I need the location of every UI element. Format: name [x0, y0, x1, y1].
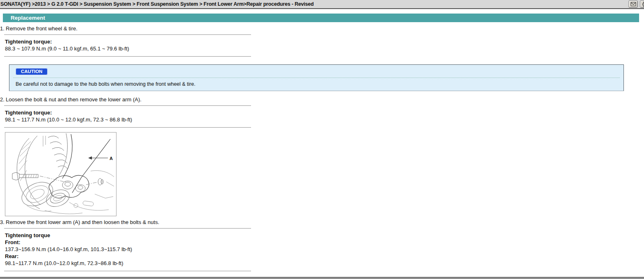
caution-badge: CAUTION	[16, 68, 48, 75]
torque-front-value: 137.3~156.9 N.m (14.0~16.0 kgf.m, 101.3~…	[5, 246, 251, 253]
caution-box: CAUTION Be careful not to damage to the …	[9, 64, 624, 91]
print-icon	[642, 2, 644, 7]
torque-spec-step-1: Tightening torque: 88.3 ~ 107.9 N.m (9.0…	[4, 34, 251, 57]
manual-content: Replacement 1. Remove the front wheel & …	[0, 14, 644, 279]
torque-title: Tightening torque:	[5, 38, 251, 45]
step-2: 2. Loosen the bolt & nut and then remove…	[0, 96, 644, 103]
figure-lower-arm-diagram: A	[5, 132, 116, 216]
step-number: 3.	[0, 219, 6, 225]
step-text: Loosen the bolt & nut and then remove th…	[6, 96, 142, 103]
torque-spec-step-3: Tightening torque Front: 137.3~156.9 N.m…	[4, 228, 251, 271]
figure-callout-label: A	[110, 156, 113, 161]
step-text: Remove the front lower arm (A) and then …	[6, 219, 159, 225]
step-number: 1.	[0, 25, 6, 32]
mail-button[interactable]	[628, 0, 638, 8]
torque-front-label: Front:	[5, 239, 251, 246]
step-1: 1. Remove the front wheel & tire.	[0, 25, 644, 32]
titlebar-buttons	[626, 0, 644, 8]
print-button[interactable]	[640, 0, 644, 8]
step-number: 2.	[0, 96, 6, 103]
title-bar: SONATA(YF) >2013 > G 2.0 T-GDI > Suspens…	[0, 0, 644, 9]
torque-rear-label: Rear:	[5, 253, 251, 260]
torque-title: Tightening torque:	[5, 109, 251, 116]
caution-divider	[13, 78, 620, 78]
step-text: Remove the front wheel & tire.	[6, 25, 78, 32]
torque-rear-value: 98.1~117.7 N.m (10.0~12.0 kgf.m, 72.3~86…	[5, 260, 251, 267]
caution-text: Be careful not to damage to the hub bolt…	[16, 81, 620, 87]
lower-arm-line-drawing: A	[5, 133, 116, 216]
torque-spec-step-2: Tightening torque: 98.1 ~ 117.7 N.m (10.…	[4, 105, 251, 128]
section-title: Replacement	[11, 15, 45, 21]
breadcrumb: SONATA(YF) >2013 > G 2.0 T-GDI > Suspens…	[0, 1, 314, 7]
mail-icon	[630, 2, 636, 7]
step-3: 3. Remove the front lower arm (A) and th…	[0, 219, 644, 225]
torque-title: Tightening torque	[5, 232, 251, 239]
section-header: Replacement	[3, 14, 639, 22]
torque-value: 88.3 ~ 107.9 N.m (9.0 ~ 11.0 kgf.m, 65.1…	[5, 45, 251, 52]
torque-value: 98.1 ~ 117.7 N.m (10.0 ~ 12.0 kgf.m, 72.…	[5, 116, 251, 123]
window-bottom-edge	[0, 277, 644, 279]
